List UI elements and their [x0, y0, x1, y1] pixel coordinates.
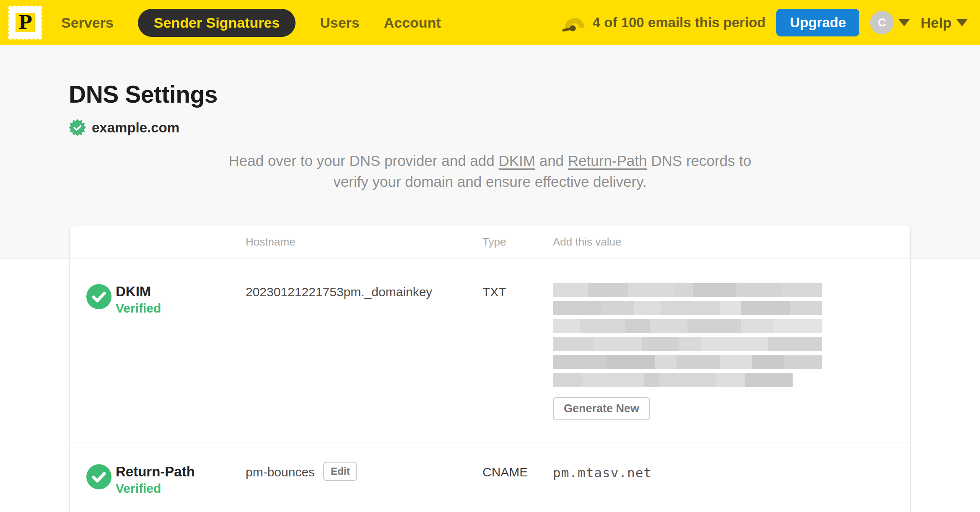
status-badge: Verified: [116, 300, 161, 317]
help-label: Help: [920, 15, 951, 31]
verified-domain: example.com: [69, 119, 980, 136]
verified-check-icon: [86, 464, 111, 489]
nav-item-account[interactable]: Account: [384, 15, 441, 31]
chevron-down-icon: [899, 19, 910, 26]
record-type: TXT: [482, 283, 553, 420]
domain-name: example.com: [92, 120, 179, 136]
intro-text: Head over to your DNS provider and add D…: [211, 150, 769, 192]
avatar[interactable]: C: [870, 11, 894, 34]
dns-records-table: Hostname Type Add this value DKIM Verifi…: [69, 225, 911, 512]
record-type: CNAME: [482, 463, 553, 497]
intro-part: Head over to your DNS provider and add: [228, 153, 498, 169]
help-menu[interactable]: Help: [920, 15, 967, 31]
nav-item-users[interactable]: Users: [320, 15, 360, 31]
generate-new-button[interactable]: Generate New: [553, 397, 650, 420]
top-nav-bar: P Servers Sender Signatures Users Accoun…: [0, 0, 980, 45]
redacted-dns-value: [553, 283, 822, 387]
table-row-return-path: Return-Path Verified pm-bounces Edit CNA…: [70, 442, 910, 512]
chevron-down-icon: [957, 19, 967, 26]
record-hostname: pm-bounces: [246, 465, 315, 479]
page-title: DNS Settings: [69, 80, 980, 108]
nav-item-sender-signatures[interactable]: Sender Signatures: [138, 9, 296, 37]
record-value: pm.mtasv.net: [553, 463, 890, 497]
email-usage-meter[interactable]: 4 of 100 emails this period: [563, 13, 766, 33]
intro-part: and: [535, 153, 568, 169]
table-row-dkim: DKIM Verified 20230121221753pm._domainke…: [70, 259, 910, 442]
return-path-link[interactable]: Return-Path: [568, 153, 647, 169]
edit-button[interactable]: Edit: [323, 462, 357, 481]
nav-item-servers[interactable]: Servers: [61, 15, 114, 31]
table-header-row: Hostname Type Add this value: [70, 225, 910, 259]
usage-text: 4 of 100 emails this period: [593, 15, 766, 31]
record-name: DKIM: [116, 283, 161, 300]
verified-seal-icon: [69, 119, 86, 136]
column-header-hostname: Hostname: [246, 235, 482, 248]
record-hostname: 20230121221753pm._domainkey: [246, 283, 482, 420]
verified-check-icon: [86, 284, 111, 309]
topbar-right-group: 4 of 100 emails this period Upgrade C He…: [563, 9, 967, 36]
postmark-logo-icon[interactable]: P: [7, 4, 44, 41]
account-menu[interactable]: C: [870, 11, 910, 34]
column-header-type: Type: [482, 235, 553, 248]
gauge-icon: [563, 13, 587, 33]
upgrade-button[interactable]: Upgrade: [776, 9, 859, 36]
dkim-link[interactable]: DKIM: [498, 153, 535, 169]
status-badge: Verified: [116, 480, 195, 497]
column-header-value: Add this value: [553, 235, 910, 248]
svg-text:P: P: [18, 12, 32, 33]
record-name: Return-Path: [116, 463, 195, 480]
